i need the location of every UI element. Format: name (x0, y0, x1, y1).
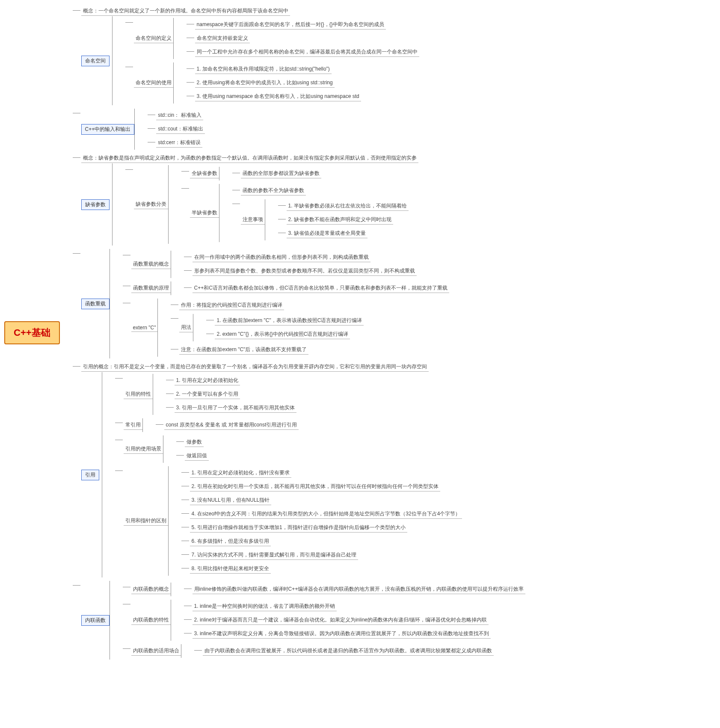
node-classify: 缺省参数分类 全缺省参数 函数的全部形参都设置为缺省参数 半缺省参数 函数的参数… (125, 163, 409, 246)
node-label: C++中的输入和输出 (81, 124, 135, 135)
leaf: 形参列表不同是指参数个数、参数类型或者参数顺序不同。若仅仅是返回类型不同，则不构… (193, 266, 417, 276)
leaf: 1. 引用在定义时必须初始化 (175, 376, 240, 385)
leaf: 2. extern "C"{}，表示将{}中的代码按照C语言规则进行编译 (215, 330, 350, 339)
leaf: const 原类型名& 变量名 或 对常量都用const引用进行引用 (164, 420, 299, 430)
leaf: 3. 没有NULL引用，但有NULL指针 (190, 496, 272, 505)
leaf: namespace关键字后面跟命名空间的名字，然后接一对{}，{}中即为命名空间… (195, 20, 386, 30)
node-inline: 内联函数 内联函数的概念 用inline修饰的函数叫做内联函数，编译时C++编译… (73, 579, 526, 661)
leaf: 函数的参数不全为缺省参数 (241, 186, 306, 195)
leaf: 由于内联函数会在调用位置被展开，所以代码很长或者是递归的函数不适宜作为内联函数。… (203, 646, 494, 656)
sub-label: 命名空间的使用 (134, 78, 173, 88)
root-node: C++基础 (4, 321, 60, 344)
leaf: 5. 引用进行自增操作就相当于实体增加1，而指针进行自增操作是指针向后偏移一个类… (190, 523, 407, 533)
leaf: 3. 引用一旦引用了一个实体，就不能再引用其他实体 (175, 403, 296, 413)
sub-label: 缺省参数分类 (134, 200, 168, 209)
sub-label: 引用的特性 (124, 390, 153, 399)
leaf: 同一个工程中允许存在多个相同名称的命名空间，编译器最后会将其成员合成在同一个命名… (195, 47, 419, 57)
leaf: 3. inline不建议声明和定义分离，分离会导致链接错误。因为内联函数在调用位… (193, 629, 491, 639)
leaf: std::cout：标准输出 (156, 124, 204, 134)
node-label: 内联函数 (81, 615, 110, 626)
leaf: std:cerr：标准错误 (156, 138, 202, 148)
sub-label: 内联函数的特性 (131, 616, 171, 625)
leaf: 做参数 (185, 438, 204, 447)
sub-label: 函数重载的概念 (131, 260, 171, 269)
leaf: 半缺省参数 (190, 208, 219, 218)
leaf: 用法 (179, 323, 193, 332)
leaf: 注意：在函数前加extern "C"后，该函数就不支持重载了 (179, 345, 308, 355)
concept-text: 概念：一个命名空间就定义了一个新的作用域。命名空间中所有内容都局限于该命名空间中 (81, 6, 290, 16)
leaf: 用inline修饰的函数叫做内联函数，编译时C++编译器会在调用内联函数的地方展… (193, 585, 526, 594)
leaf: 1. inline是一种空间换时间的做法，省去了调用函数的额外开销 (193, 602, 337, 611)
node-namespace: 概念：一个命名空间就定义了一个新的作用域。命名空间中所有内容都局限于该命名空间中… (73, 4, 526, 107)
leaf: 8. 引用比指针使用起来相对更安全 (190, 564, 271, 574)
leaf: 做返回值 (185, 451, 209, 461)
leaf: 命名空间支持嵌套定义 (195, 34, 250, 43)
leaf: 全缺省参数 (190, 169, 219, 178)
node-ns-def: 命名空间的定义 namespace关键字后面跟命名空间的名字，然后接一对{}，{… (125, 16, 419, 61)
leaf: 1. 引用在定义时必须初始化，指针没有要求 (190, 468, 291, 478)
leaf: 2. 使用using将命名空间中的成员引入，比如using std::strin… (195, 78, 335, 88)
leaf: C++和C语言对函数名都会加以修饰，但C语言的命名比较简单，只要函数名和参数列表… (193, 284, 449, 293)
leaf: 1. 半缺省参数必须从右往左依次给出，不能间隔着给 (287, 201, 409, 211)
node-overload: 函数重载 函数重载的概念 在同一作用域中的两个函数的函数名相同，但形参列表不同，… (73, 247, 526, 360)
leaf: 3. 缺省值必须是常量或者全局变量 (287, 229, 367, 238)
leaf: 2. 引用在初始化时引用一个实体后，就不能再引用其他实体，而指针可以在任何时候指… (190, 482, 440, 491)
sub-label: 函数重载的原理 (131, 284, 171, 293)
node-ns-use: 命名空间的使用 1. 加命名空间名称及作用域限定符，比如std::string(… (125, 61, 419, 105)
leaf: 在同一作用域中的两个函数的函数名相同，但形参列表不同，则构成函数重载 (193, 253, 370, 262)
leaf: 7. 访问实体的方式不同，指针需要显式解引用，而引用是编译器自己处理 (190, 550, 358, 560)
node-io: C++中的输入和输出 std::cin： 标准输入 std::cout：标准输出… (73, 107, 526, 151)
leaf: 作用：将指定的代码按照C语言规则进行编译 (179, 301, 284, 310)
leaf: 2. 缺省参数不能在函数声明和定义中同时出现 (287, 215, 393, 225)
sub-label: 引用和指针的区别 (124, 516, 168, 526)
sub-label: 内联函数的适用场合 (131, 646, 181, 656)
sub-label: 内联函数的概念 (131, 585, 171, 594)
node-label: 缺省参数 (81, 199, 110, 210)
node-default-param: 概念：缺省参数是指在声明或定义函数时，为函数的参数指定一个默认值。在调用该函数时… (73, 151, 526, 247)
concept-text: 概念：缺省参数是指在声明或定义函数时，为函数的参数指定一个默认值。在调用该函数时… (81, 154, 418, 163)
leaf: 1. 在函数前加extern "C"，表示将该函数按照C语言规则进行编译 (215, 316, 364, 326)
leaf: 注意事项 (241, 215, 265, 225)
node-label: 命名空间 (81, 56, 110, 66)
leaf: 1. 加命名空间名称及作用域限定符，比如std::string("hello") (195, 65, 332, 74)
node-label: 引用 (81, 470, 99, 480)
node-label: 函数重载 (81, 299, 110, 309)
sub-label: 命名空间的定义 (134, 34, 173, 43)
node-half: 半缺省参数 函数的参数不全为缺省参数 注意事项 1. 半缺省参数必须从右往左依次… (181, 182, 409, 244)
concept-text: 引用的概念：引用不是定义一个变量，而是给已存在的变量取了一个别名，编译器不会为引… (81, 362, 429, 372)
sub-label: extern "C" (131, 324, 158, 332)
leaf: 2. inline对于编译器而言只是一个建议，编译器会自动优化。如果定义为inl… (193, 616, 489, 625)
leaf: 函数的全部形参都设置为缺省参数 (241, 169, 321, 178)
leaf: std::cin： 标准输入 (156, 111, 203, 120)
sub-label: 常引用 (124, 420, 142, 430)
leaf: 4. 在sizeof中的含义不同：引用的结果为引用类型的大小，但指针始终是地址空… (190, 509, 462, 519)
leaf: 6. 有多级指针，但是没有多级引用 (190, 537, 271, 546)
node-extern-c: extern "C" 作用：将指定的代码按照C语言规则进行编译 用法 1. 在函… (123, 297, 449, 358)
leaf: 3. 使用using namespace 命名空间名称引入，比如using na… (195, 92, 361, 101)
leaf: 2. 一个变量可以有多个引用 (175, 390, 240, 399)
sub-label: 引用的使用场景 (124, 444, 163, 454)
node-reference: 引用的概念：引用不是定义一个变量，而是给已存在的变量取了一个别名，编译器不会为引… (73, 360, 526, 579)
